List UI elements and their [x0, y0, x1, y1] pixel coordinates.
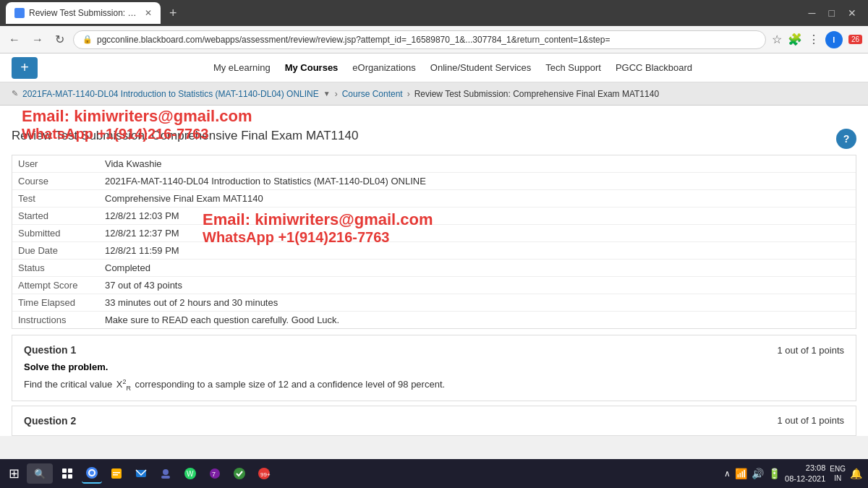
help-button[interactable]: ? [836, 129, 856, 149]
table-row: Course 2021FA-MAT-1140-DL04 Introduction… [12, 173, 856, 190]
nav-my-elearning[interactable]: My eLearning [213, 59, 271, 76]
nav-pgcc-blackboard[interactable]: PGCC Blackboard [616, 59, 692, 76]
breadcrumb-item1[interactable]: Course Content [342, 89, 403, 99]
course-label: Course [12, 173, 99, 190]
top-navigation: + My eLearning My Courses eOrganizations… [0, 53, 868, 82]
svg-text:W: W [187, 470, 194, 478]
due-label: Due Date [12, 242, 99, 260]
table-row: Instructions Make sure to READ each ques… [12, 312, 856, 329]
taskbar-teams-icon[interactable] [156, 463, 176, 484]
question1-points: 1 out of 1 points [777, 345, 844, 356]
instructions-value: Make sure to READ each question carefull… [99, 312, 856, 329]
question1-section: Question 1 1 out of 1 points Solve the p… [12, 335, 856, 401]
lock-icon: 🔒 [82, 35, 93, 44]
bookmark-icon[interactable]: ☆ [772, 33, 782, 46]
info-table: Email: kimiwriters@gmail.com WhatsApp +1… [12, 155, 856, 329]
started-value: 12/8/21 12:03 PM [99, 207, 856, 225]
profile-button[interactable]: I [825, 31, 843, 48]
search-button[interactable]: 🔍 [27, 463, 53, 484]
window-close-button[interactable]: ✕ [842, 7, 862, 19]
user-label: User [12, 155, 99, 173]
status-value: Completed [99, 260, 856, 277]
close-icon[interactable]: ✕ [145, 8, 152, 18]
clock-display: 23:08 08-12-2021 [785, 463, 825, 485]
tab-favicon [14, 8, 25, 18]
svg-point-6 [90, 471, 94, 475]
taskbar-vpn-icon[interactable]: 7 [205, 463, 225, 484]
elapsed-value: 33 minutes out of 2 hours and 30 minutes [99, 294, 856, 312]
profile-num-badge: 26 [848, 35, 862, 44]
taskbar-tray: ∧ 📶 🔊 🔋 23:08 08-12-2021 ENG IN 🔔 [724, 463, 862, 485]
question2-points: 1 out of 1 points [777, 415, 844, 426]
breadcrumb-current: Review Test Submission: Comprehensive Fi… [414, 89, 659, 99]
extension-icon[interactable]: 🧩 [788, 33, 802, 46]
tray-up-arrow[interactable]: ∧ [724, 468, 731, 479]
chi-square-symbol: X2R [116, 379, 131, 390]
nav-eorganizations[interactable]: eOrganizations [352, 59, 415, 76]
question2-section: Question 2 1 out of 1 points [12, 406, 856, 436]
language-display: ENG IN [830, 464, 846, 483]
svg-point-11 [163, 469, 169, 475]
nav-student-services[interactable]: Online/Student Services [430, 59, 531, 76]
breadcrumb-course[interactable]: 2021FA-MAT-1140-DL04 Introduction to Sta… [22, 89, 319, 99]
new-tab-button[interactable]: + [165, 6, 182, 21]
notifications-icon[interactable]: 🔔 [850, 468, 862, 479]
nav-tech-support[interactable]: Tech Support [545, 59, 601, 76]
svg-rect-1 [68, 468, 72, 473]
svg-rect-12 [161, 476, 170, 479]
question1-instruction: Solve the problem. [24, 361, 844, 372]
started-label: Started [12, 207, 99, 225]
page-title-bar: Review Test Submission: Comprehensive Fi… [0, 106, 868, 152]
test-label: Test [12, 190, 99, 207]
question1-title: Question 1 [24, 344, 76, 356]
settings-icon[interactable]: ⋮ [808, 33, 820, 46]
question2-title: Question 2 [24, 415, 76, 427]
table-row: User Vida Kwashie [12, 155, 856, 173]
question1-text: Find the critical value X2R correspondin… [24, 378, 844, 392]
maximize-button[interactable]: □ [823, 7, 841, 19]
volume-icon: 🔊 [752, 468, 764, 479]
table-row: Status Completed [12, 260, 856, 277]
taskbar: ⊞ 🔍 W 7 99+ ∧ 📶 🔊 🔋 23:08 08-12-2021 ENG [0, 459, 868, 488]
browser-chrome: Review Test Submission: Compre... ✕ + ─ … [0, 0, 868, 26]
bb-plus-button[interactable]: + [12, 57, 38, 79]
taskbar-check-icon[interactable] [229, 463, 250, 484]
details-table: User Vida Kwashie Course 2021FA-MAT-1140… [12, 155, 856, 328]
back-button[interactable]: ← [6, 30, 23, 49]
taskbar-whatsapp-icon[interactable]: W [180, 463, 200, 484]
nav-links: My eLearning My Courses eOrganizations O… [49, 59, 856, 76]
start-button[interactable]: ⊞ [6, 463, 22, 484]
taskbar-browser-icon[interactable] [82, 463, 102, 484]
page-title: Review Test Submission: Comprehensive Fi… [12, 129, 358, 143]
taskbar-widgets[interactable] [57, 463, 77, 484]
reload-button[interactable]: ↻ [52, 30, 67, 49]
table-row: Test Comprehensive Final Exam MAT1140 [12, 190, 856, 207]
lang-region: IN [830, 474, 846, 483]
attempt-label: Attempt Score [12, 277, 99, 294]
svg-rect-7 [111, 468, 122, 479]
svg-rect-3 [68, 474, 72, 479]
network-icon: 📶 [735, 468, 747, 479]
address-bar[interactable]: 🔒 pgcconline.blackboard.com/webapps/asse… [73, 30, 766, 49]
browser-tab[interactable]: Review Test Submission: Compre... ✕ [6, 2, 161, 24]
test-value: Comprehensive Final Exam MAT1140 [99, 190, 856, 207]
elapsed-label: Time Elapsed [12, 294, 99, 312]
table-row: Started 12/8/21 12:03 PM [12, 207, 856, 225]
question1-header: Question 1 1 out of 1 points [24, 344, 844, 356]
taskbar-mail-icon[interactable] [131, 463, 151, 484]
breadcrumb-sep1: › [335, 89, 338, 99]
course-value: 2021FA-MAT-1140-DL04 Introduction to Sta… [99, 173, 856, 190]
taskbar-file-icon[interactable] [106, 463, 127, 484]
minimize-button[interactable]: ─ [803, 7, 822, 19]
svg-rect-8 [113, 472, 120, 474]
forward-button[interactable]: → [29, 30, 46, 49]
lang-code: ENG [830, 464, 846, 474]
q1-text-part1: Find the critical value [24, 379, 112, 390]
clock-time: 23:08 [785, 463, 825, 474]
nav-my-courses[interactable]: My Courses [285, 59, 339, 76]
svg-rect-9 [113, 474, 118, 476]
status-label: Status [12, 260, 99, 277]
svg-rect-2 [62, 474, 67, 479]
table-row: Attempt Score 37 out of 43 points [12, 277, 856, 294]
taskbar-badge-icon[interactable]: 99+ [254, 463, 274, 484]
